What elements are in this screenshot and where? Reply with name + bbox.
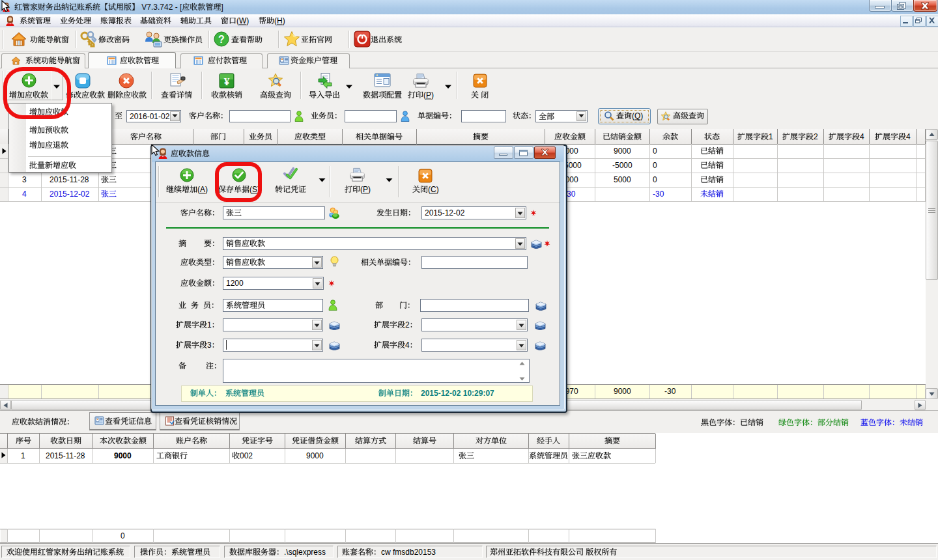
svg-text:-30: -30 [653,189,664,199]
svg-text:(Q): (Q) [632,111,643,120]
svg-text:2015-12-02 10:29:07: 2015-12-02 10:29:07 [421,389,494,398]
svg-text:1: 1 [207,320,212,329]
svg-text:(A): (A) [197,185,208,194]
svg-text:4: 4 [906,132,911,141]
svg-text:9000: 9000 [614,147,631,156]
svg-text:2015-11-28: 2015-11-28 [50,175,89,184]
svg-text:cw fmsdb20153: cw fmsdb20153 [381,548,436,557]
svg-text:9000: 9000 [306,451,324,460]
svg-text:.\sqlexpress: .\sqlexpress [284,548,326,557]
svg-text:5000: 5000 [614,175,631,184]
svg-text:0: 0 [121,531,125,540]
svg-text:V7.3.742 - [: V7.3.742 - [ [139,3,182,12]
svg-text:2015-12-02: 2015-12-02 [50,189,90,199]
svg-text:]: ] [221,3,223,12]
svg-text:-5000: -5000 [612,161,632,170]
svg-text:2016-01-02: 2016-01-02 [130,112,170,121]
svg-text:2: 2 [814,132,818,141]
svg-text:3: 3 [22,175,27,184]
svg-text:0: 0 [653,147,657,156]
svg-text:1: 1 [769,132,773,141]
svg-text:9000: 9000 [114,451,132,460]
svg-text:002: 002 [240,451,253,460]
svg-text:0: 0 [653,175,657,184]
svg-text:2015-11-28: 2015-11-28 [46,451,85,460]
svg-text:2015-12-02: 2015-12-02 [425,208,465,217]
svg-text:0: 0 [653,161,657,170]
svg-text:-30: -30 [664,387,676,396]
svg-text:3: 3 [207,341,212,350]
svg-text:(H): (H) [274,16,285,25]
svg-text:1: 1 [21,451,25,460]
svg-text:(P): (P) [423,91,434,100]
svg-text:(W): (W) [236,16,249,25]
svg-text:¥: ¥ [224,76,230,88]
svg-text:?: ? [218,34,225,45]
svg-text:(P): (P) [360,185,371,194]
svg-text:4: 4 [860,132,864,141]
svg-text:1200: 1200 [226,279,244,288]
svg-text:(C): (C) [428,185,439,194]
svg-text:2: 2 [405,320,410,329]
svg-text:4: 4 [22,189,27,199]
svg-text:4: 4 [405,341,410,350]
svg-text:9000: 9000 [614,387,631,396]
